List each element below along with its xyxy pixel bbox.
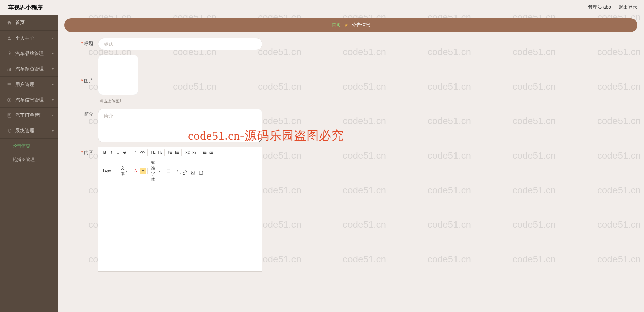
font-family-select[interactable]: 标准字体 ▾ [149, 160, 162, 183]
svg-point-9 [9, 99, 10, 101]
sidebar-item-label: 汽车品牌管理 [15, 51, 44, 57]
svg-point-22 [175, 151, 176, 152]
rich-editor: B I U S ❝ </> H₁ H₂ 123 [98, 147, 262, 272]
doc-icon [7, 113, 12, 118]
cog-icon [7, 128, 12, 134]
form-row-intro: 简介 [64, 109, 637, 142]
underline-button[interactable]: U [115, 149, 121, 155]
sidebar-item-home[interactable]: 首页 [0, 15, 58, 31]
sidebar-item-info[interactable]: 汽车信息管理 ▾ [0, 92, 58, 108]
italic-button[interactable]: I [108, 149, 114, 155]
list-icon [7, 82, 12, 87]
ordered-list-button[interactable]: 123 [167, 149, 173, 155]
svg-rect-4 [10, 68, 11, 71]
svg-rect-5 [8, 83, 11, 83]
link-button[interactable] [182, 170, 188, 176]
h1-button[interactable]: H₁ [150, 149, 156, 155]
sidebar-item-orders[interactable]: 汽车订单管理 ▾ [0, 108, 58, 123]
breadcrumb-home[interactable]: 首页 [332, 22, 341, 28]
title-input[interactable] [98, 38, 262, 50]
intro-textarea[interactable] [98, 109, 262, 142]
sidebar-item-label: 用户管理 [15, 82, 34, 88]
sidebar-item-label: 汽车颜色管理 [15, 66, 44, 72]
save-button[interactable] [198, 170, 204, 176]
admin-label[interactable]: 管理员 abo [588, 4, 611, 10]
chevron-down-icon: ▾ [52, 113, 54, 117]
sidebar-item-label: 系统管理 [15, 128, 34, 134]
chevron-down-icon: ▾ [52, 36, 54, 40]
quote-button[interactable]: ❝ [132, 149, 138, 155]
caret-icon: ▾ [126, 170, 127, 173]
code-button[interactable]: </> [139, 149, 146, 155]
svg-text:3: 3 [169, 153, 169, 154]
intro-label: 简介 [64, 109, 98, 117]
editor-body[interactable] [98, 184, 262, 271]
plus-icon: ＋ [113, 68, 123, 81]
app-title: 车视界小程序 [8, 4, 43, 11]
sidebar-item-brand[interactable]: 汽车品牌管理 ▾ [0, 46, 58, 61]
user-icon [7, 36, 12, 41]
gear-icon [7, 51, 12, 56]
caret-icon: ▾ [159, 170, 160, 173]
sidebar-item-profile[interactable]: 个人中心 ▾ [0, 31, 58, 46]
font-size-select[interactable]: 14px ▾ [100, 169, 116, 173]
sidebar-item-label: 个人中心 [15, 35, 34, 41]
editor-toolbar: B I U S ❝ </> H₁ H₂ 123 [98, 147, 262, 184]
strike-button[interactable]: S [122, 149, 128, 155]
title-label: *标题 [64, 38, 98, 47]
form-row-content: *内容 B I U S ❝ </> H₁ H₂ [64, 147, 637, 272]
svg-rect-3 [9, 68, 10, 71]
bars-icon [7, 66, 12, 72]
sidebar-sub-label: 轮播图管理 [13, 157, 35, 163]
sidebar-item-color[interactable]: 汽车颜色管理 ▾ [0, 61, 58, 77]
svg-point-23 [175, 152, 176, 153]
svg-point-1 [9, 53, 10, 54]
subscript-button[interactable]: x2 [184, 149, 191, 155]
logout-link[interactable]: 退出登录 [619, 4, 637, 10]
sidebar-item-label: 汽车信息管理 [15, 97, 44, 103]
breadcrumb-current: 公告信息 [352, 22, 370, 28]
svg-rect-7 [8, 86, 11, 86]
content-label: *内容 [64, 147, 98, 156]
sidebar: 首页 个人中心 ▾ 汽车品牌管理 ▾ 汽车颜色管理 ▾ [0, 15, 58, 312]
sidebar-item-label: 汽车订单管理 [15, 112, 44, 118]
form-row-image: *图片 ＋ 点击上传图片 [64, 55, 637, 104]
form-row-title: *标题 [64, 38, 637, 50]
unordered-list-button[interactable] [174, 149, 180, 155]
h2-button[interactable]: H₂ [157, 149, 163, 155]
bg-color-button[interactable]: A [140, 168, 146, 174]
text-color-button[interactable]: A [132, 168, 139, 174]
align-button[interactable] [165, 168, 171, 174]
home-icon [7, 20, 12, 25]
chevron-down-icon: ▾ [52, 98, 54, 102]
header-right: 管理员 abo 退出登录 [588, 4, 637, 10]
superscript-button[interactable]: x2 [191, 149, 197, 155]
chevron-down-icon: ▾ [52, 129, 54, 133]
sidebar-sub-carousel[interactable]: 轮播图管理 [0, 153, 58, 167]
sidebar-sub-notice[interactable]: 公告信息 [0, 139, 58, 153]
sidebar-item-label: 首页 [15, 20, 25, 26]
image-button[interactable] [190, 170, 196, 176]
text-type-select[interactable]: 文本 ▾ [119, 165, 129, 177]
caret-icon: ▾ [112, 170, 114, 173]
svg-point-0 [8, 36, 10, 38]
sidebar-item-users[interactable]: 用户管理 ▾ [0, 77, 58, 92]
indent-increase-button[interactable] [208, 149, 214, 155]
chevron-down-icon: ▾ [52, 83, 54, 86]
svg-point-24 [175, 153, 176, 154]
indent-decrease-button[interactable] [202, 149, 208, 155]
main-content: 首页 ★ 公告信息 *标题 *图片 ＋ 点击上传图片 简介 [58, 15, 644, 312]
svg-rect-6 [8, 84, 11, 85]
chevron-down-icon: ▾ [52, 67, 54, 71]
bold-button[interactable]: B [102, 149, 108, 155]
sidebar-sub-label: 公告信息 [13, 143, 30, 149]
clear-format-button[interactable]: Tx [174, 168, 180, 174]
gear-icon [7, 97, 12, 103]
star-icon: ★ [344, 23, 348, 28]
image-upload-box[interactable]: ＋ [98, 55, 138, 95]
header: 车视界小程序 管理员 abo 退出登录 [0, 0, 644, 15]
sidebar-item-system[interactable]: 系统管理 ▾ [0, 123, 58, 139]
svg-rect-2 [8, 69, 8, 71]
image-label: *图片 [64, 75, 98, 84]
breadcrumb: 首页 ★ 公告信息 [64, 18, 637, 32]
